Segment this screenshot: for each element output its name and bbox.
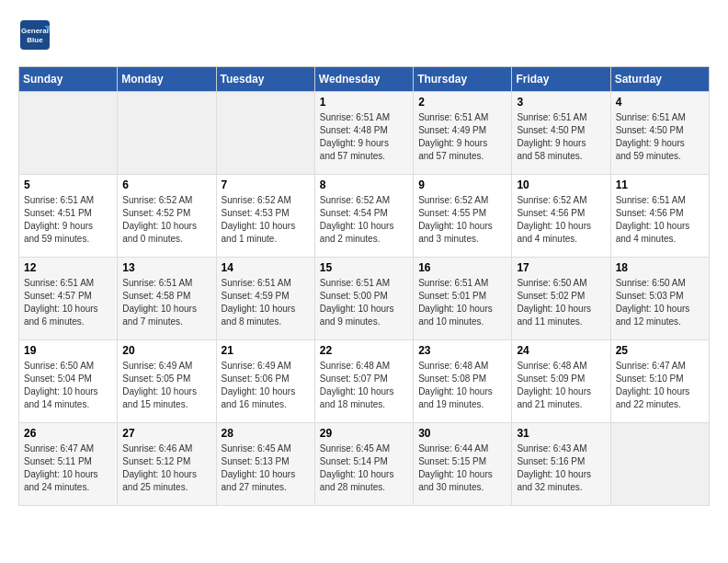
calendar-cell: 6Sunrise: 6:52 AMSunset: 4:52 PMDaylight… <box>118 175 216 258</box>
day-number: 8 <box>320 178 408 191</box>
day-info: Sunrise: 6:51 AMSunset: 4:58 PMDaylight:… <box>122 277 210 328</box>
calendar-cell: 19Sunrise: 6:50 AMSunset: 5:04 PMDayligh… <box>19 340 118 423</box>
day-number: 23 <box>418 344 506 357</box>
day-number: 3 <box>517 96 605 109</box>
calendar-cell: 22Sunrise: 6:48 AMSunset: 5:07 PMDayligh… <box>314 340 413 423</box>
day-number: 13 <box>122 261 210 274</box>
day-number: 9 <box>418 178 506 191</box>
day-number: 16 <box>418 261 506 274</box>
calendar-cell <box>19 92 118 175</box>
calendar-cell: 23Sunrise: 6:48 AMSunset: 5:08 PMDayligh… <box>414 340 512 423</box>
calendar-cell: 25Sunrise: 6:47 AMSunset: 5:10 PMDayligh… <box>610 340 709 423</box>
day-info: Sunrise: 6:51 AMSunset: 4:48 PMDaylight:… <box>320 111 408 163</box>
svg-text:General: General <box>21 27 49 35</box>
day-number: 18 <box>616 261 704 274</box>
calendar-cell: 8Sunrise: 6:52 AMSunset: 4:54 PMDaylight… <box>314 175 413 258</box>
calendar-cell: 17Sunrise: 6:50 AMSunset: 5:02 PMDayligh… <box>512 258 610 340</box>
calendar-cell: 16Sunrise: 6:51 AMSunset: 5:01 PMDayligh… <box>414 258 512 340</box>
day-info: Sunrise: 6:51 AMSunset: 4:50 PMDaylight:… <box>616 111 704 163</box>
day-number: 7 <box>222 178 310 191</box>
day-info: Sunrise: 6:45 AMSunset: 5:13 PMDaylight:… <box>222 442 310 494</box>
day-number: 12 <box>24 261 112 274</box>
day-number: 17 <box>517 261 605 274</box>
calendar-cell: 30Sunrise: 6:44 AMSunset: 5:15 PMDayligh… <box>414 423 512 506</box>
calendar-cell: 31Sunrise: 6:43 AMSunset: 5:16 PMDayligh… <box>512 423 610 506</box>
calendar-cell: 2Sunrise: 6:51 AMSunset: 4:49 PMDaylight… <box>414 92 512 175</box>
calendar-cell: 24Sunrise: 6:48 AMSunset: 5:09 PMDayligh… <box>512 340 610 423</box>
calendar-cell: 12Sunrise: 6:51 AMSunset: 4:57 PMDayligh… <box>19 258 118 340</box>
calendar-week-row: 26Sunrise: 6:47 AMSunset: 5:11 PMDayligh… <box>19 423 710 506</box>
weekday-header: Thursday <box>414 67 512 92</box>
day-info: Sunrise: 6:51 AMSunset: 4:59 PMDaylight:… <box>222 277 310 328</box>
calendar-cell: 15Sunrise: 6:51 AMSunset: 5:00 PMDayligh… <box>314 258 413 340</box>
logo-icon: General Blue <box>18 18 51 52</box>
logo: General Blue <box>18 18 55 52</box>
day-info: Sunrise: 6:49 AMSunset: 5:05 PMDaylight:… <box>122 360 210 411</box>
day-number: 20 <box>122 344 210 357</box>
day-info: Sunrise: 6:51 AMSunset: 5:01 PMDaylight:… <box>418 277 506 328</box>
svg-rect-0 <box>20 20 50 50</box>
day-number: 21 <box>222 344 310 357</box>
weekday-header: Wednesday <box>314 67 413 92</box>
day-info: Sunrise: 6:52 AMSunset: 4:52 PMDaylight:… <box>122 194 210 246</box>
day-info: Sunrise: 6:44 AMSunset: 5:15 PMDaylight:… <box>418 442 506 494</box>
calendar-cell: 3Sunrise: 6:51 AMSunset: 4:50 PMDaylight… <box>512 92 610 175</box>
weekday-header: Friday <box>512 67 610 92</box>
day-number: 19 <box>24 344 112 357</box>
calendar-cell <box>216 92 314 175</box>
calendar-cell: 28Sunrise: 6:45 AMSunset: 5:13 PMDayligh… <box>216 423 314 506</box>
calendar-header: SundayMondayTuesdayWednesdayThursdayFrid… <box>19 67 710 92</box>
calendar-cell: 18Sunrise: 6:50 AMSunset: 5:03 PMDayligh… <box>610 258 709 340</box>
calendar-cell: 1Sunrise: 6:51 AMSunset: 4:48 PMDaylight… <box>314 92 413 175</box>
day-info: Sunrise: 6:48 AMSunset: 5:07 PMDaylight:… <box>320 360 408 411</box>
day-number: 26 <box>24 427 112 440</box>
weekday-header: Saturday <box>610 67 709 92</box>
day-number: 22 <box>320 344 408 357</box>
day-number: 11 <box>616 178 704 191</box>
calendar-week-row: 1Sunrise: 6:51 AMSunset: 4:48 PMDaylight… <box>19 92 710 175</box>
page-header: General Blue <box>18 18 710 52</box>
day-number: 2 <box>418 96 506 109</box>
day-number: 1 <box>320 96 408 109</box>
weekday-header: Sunday <box>19 67 118 92</box>
calendar-cell <box>610 423 709 506</box>
calendar-cell: 7Sunrise: 6:52 AMSunset: 4:53 PMDaylight… <box>216 175 314 258</box>
weekday-header: Monday <box>118 67 216 92</box>
calendar-cell: 21Sunrise: 6:49 AMSunset: 5:06 PMDayligh… <box>216 340 314 423</box>
day-info: Sunrise: 6:52 AMSunset: 4:56 PMDaylight:… <box>517 194 605 246</box>
calendar-cell: 4Sunrise: 6:51 AMSunset: 4:50 PMDaylight… <box>610 92 709 175</box>
calendar-cell: 14Sunrise: 6:51 AMSunset: 4:59 PMDayligh… <box>216 258 314 340</box>
calendar-cell: 10Sunrise: 6:52 AMSunset: 4:56 PMDayligh… <box>512 175 610 258</box>
header-row: SundayMondayTuesdayWednesdayThursdayFrid… <box>19 67 710 92</box>
day-number: 15 <box>320 261 408 274</box>
calendar-cell: 26Sunrise: 6:47 AMSunset: 5:11 PMDayligh… <box>19 423 118 506</box>
day-info: Sunrise: 6:48 AMSunset: 5:08 PMDaylight:… <box>418 360 506 411</box>
calendar-cell: 9Sunrise: 6:52 AMSunset: 4:55 PMDaylight… <box>414 175 512 258</box>
calendar-cell <box>118 92 216 175</box>
calendar-table: SundayMondayTuesdayWednesdayThursdayFrid… <box>18 66 710 506</box>
calendar-cell: 11Sunrise: 6:51 AMSunset: 4:56 PMDayligh… <box>610 175 709 258</box>
day-info: Sunrise: 6:51 AMSunset: 4:56 PMDaylight:… <box>616 194 704 246</box>
day-info: Sunrise: 6:43 AMSunset: 5:16 PMDaylight:… <box>517 442 605 494</box>
calendar-week-row: 19Sunrise: 6:50 AMSunset: 5:04 PMDayligh… <box>19 340 710 423</box>
day-info: Sunrise: 6:50 AMSunset: 5:02 PMDaylight:… <box>517 277 605 328</box>
calendar-body: 1Sunrise: 6:51 AMSunset: 4:48 PMDaylight… <box>19 92 710 506</box>
calendar-cell: 20Sunrise: 6:49 AMSunset: 5:05 PMDayligh… <box>118 340 216 423</box>
day-info: Sunrise: 6:51 AMSunset: 4:50 PMDaylight:… <box>517 111 605 163</box>
svg-text:Blue: Blue <box>27 36 43 44</box>
day-number: 5 <box>24 178 112 191</box>
day-info: Sunrise: 6:47 AMSunset: 5:11 PMDaylight:… <box>24 442 112 494</box>
day-info: Sunrise: 6:52 AMSunset: 4:53 PMDaylight:… <box>222 194 310 246</box>
day-number: 27 <box>122 427 210 440</box>
day-info: Sunrise: 6:47 AMSunset: 5:10 PMDaylight:… <box>616 360 704 411</box>
day-info: Sunrise: 6:52 AMSunset: 4:54 PMDaylight:… <box>320 194 408 246</box>
day-info: Sunrise: 6:50 AMSunset: 5:04 PMDaylight:… <box>24 360 112 411</box>
day-number: 4 <box>616 96 704 109</box>
calendar-cell: 5Sunrise: 6:51 AMSunset: 4:51 PMDaylight… <box>19 175 118 258</box>
day-number: 24 <box>517 344 605 357</box>
day-number: 30 <box>418 427 506 440</box>
day-number: 10 <box>517 178 605 191</box>
day-info: Sunrise: 6:49 AMSunset: 5:06 PMDaylight:… <box>222 360 310 411</box>
day-info: Sunrise: 6:51 AMSunset: 4:49 PMDaylight:… <box>418 111 506 163</box>
weekday-header: Tuesday <box>216 67 314 92</box>
